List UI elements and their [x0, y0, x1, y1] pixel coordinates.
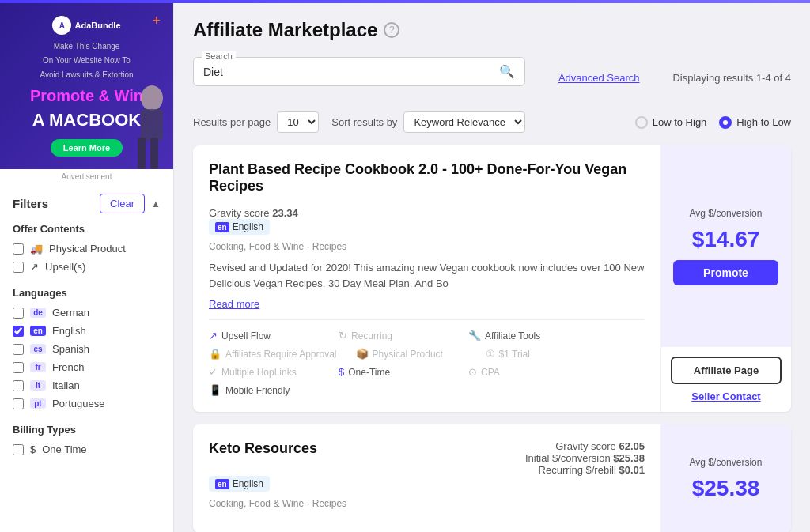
lang-french[interactable]: fr French [13, 361, 161, 373]
ad-text1: Make This Change [54, 41, 120, 52]
feature-physical-product: 📦 Physical Product [356, 348, 467, 360]
feature-one-time: $ One-Time [339, 366, 449, 378]
lang-german-checkbox[interactable] [13, 308, 24, 319]
product-title-1: Plant Based Recipe Cookbook 2.0 - 100+ D… [209, 161, 645, 194]
mobile-friendly-label: Mobile Friendly [225, 385, 290, 396]
svg-point-0 [141, 85, 163, 111]
avg-price-1: $14.67 [692, 227, 760, 252]
lang-italian[interactable]: it Italian [13, 379, 161, 391]
one-time-feat-icon: $ [339, 366, 344, 378]
hoplinks-label: Multiple HopLinks [221, 367, 297, 378]
advanced-search-link[interactable]: Advanced Search [558, 72, 640, 84]
main-content: Affiliate Marketplace ? Search 🔍 Advance… [174, 3, 810, 532]
physical-product-label: Physical Product [49, 243, 126, 255]
feature-upsell-flow: ↗ Upsell Flow [209, 330, 320, 341]
upsells-icon: ↗ [30, 261, 39, 273]
upsell-flow-icon: ↗ [209, 330, 218, 341]
one-time-checkbox[interactable] [13, 444, 24, 455]
read-more-link-1[interactable]: Read more [209, 298, 259, 310]
radio-dot [723, 120, 728, 125]
card-features-1: ↗ Upsell Flow ↻ Recurring 🔧 Affiliate To… [209, 319, 645, 396]
lang-french-label: French [52, 361, 84, 373]
badge-code-2: en [215, 479, 229, 489]
lang-es-badge: es [30, 344, 46, 354]
filters-header-right: Clear ▲ [100, 194, 161, 213]
sort-select[interactable]: Keyword Relevance Gravity Avg $/Conversi… [403, 111, 525, 133]
collapse-icon[interactable]: ▲ [151, 198, 161, 209]
lang-english-checkbox[interactable] [13, 326, 24, 337]
upsells-filter[interactable]: ↗ Upsell(s) [13, 261, 161, 273]
filters-header: Filters Clear ▲ [13, 194, 161, 213]
high-to-low-circle [719, 116, 732, 129]
lang-italian-checkbox[interactable] [13, 380, 24, 391]
feature-1-trial: ① $1 Trial [486, 348, 596, 360]
search-row: Search 🔍 Advanced Search Displaying resu… [193, 57, 791, 99]
lang-english[interactable]: en English [13, 325, 161, 337]
lang-portuguese-label: Portuguese [52, 398, 105, 409]
per-page-label: Results per page [193, 116, 271, 128]
search-input[interactable] [203, 66, 493, 78]
lang-portuguese[interactable]: pt Portuguese [13, 398, 161, 409]
per-page-select[interactable]: 10 25 50 [277, 111, 319, 133]
physical-product-checkbox[interactable] [13, 243, 24, 255]
ad-brand: A AdaBundle [52, 16, 120, 35]
ad-text2: On Your Website Now To [43, 55, 131, 66]
badge-lang-1: English [233, 221, 263, 232]
clear-button[interactable]: Clear [100, 194, 145, 213]
feature-recurring: ↻ Recurring [339, 330, 449, 341]
ad-text3: Avoid Lawsuits & Extortion [40, 70, 133, 81]
svg-rect-3 [150, 138, 158, 169]
lang-german-label: German [52, 307, 89, 319]
require-approval-icon: 🔒 [209, 348, 221, 360]
physical-product-filter[interactable]: 🚚 Physical Product [13, 243, 161, 255]
gravity-1: Gravity score 23.34 [209, 207, 298, 219]
low-to-high-radio[interactable]: Low to High [635, 116, 707, 129]
affiliate-page-button-1[interactable]: Affiliate Page [671, 357, 782, 384]
lang-german[interactable]: de German [13, 307, 161, 319]
languages-title: Languages [13, 287, 161, 299]
lang-spanish-checkbox[interactable] [13, 344, 24, 355]
ad-label: Advertisement [0, 169, 173, 184]
seller-contact-button-1[interactable]: Seller Contact [691, 391, 760, 402]
card-side-1a: Avg $/conversion $14.67 Promote [660, 145, 791, 347]
recurring-icon: ↻ [339, 330, 347, 341]
upsells-checkbox[interactable] [13, 262, 24, 273]
filters-section: Filters Clear ▲ Offer Contents 🚚 Physica… [0, 184, 173, 479]
ada-bundle-icon: A [52, 16, 71, 35]
svg-rect-2 [138, 138, 146, 169]
card-category-2: Cooking, Food & Wine - Recipes [209, 498, 645, 509]
physical-product-feat-label: Physical Product [373, 349, 443, 360]
lang-en-badge: en [30, 326, 46, 336]
ad-learn-button[interactable]: Learn More [51, 139, 123, 157]
affiliate-tools-label: Affiliate Tools [485, 330, 540, 341]
ad-brand-name: AdaBundle [74, 21, 120, 30]
controls-row: Results per page 10 25 50 Sort results b… [193, 111, 791, 133]
help-icon[interactable]: ? [384, 22, 399, 38]
lang-spanish[interactable]: es Spanish [13, 343, 161, 355]
feature-require-approval: 🔒 Affiliates Require Approval [209, 348, 337, 360]
one-time-filter[interactable]: $ One Time [13, 443, 161, 455]
card-main-1: Plant Based Recipe Cookbook 2.0 - 100+ D… [193, 145, 660, 412]
lang-de-badge: de [30, 308, 46, 318]
lang-portuguese-checkbox[interactable] [13, 398, 24, 409]
require-approval-label: Affiliates Require Approval [225, 349, 337, 360]
per-page-group: Results per page 10 25 50 [193, 111, 319, 133]
svg-rect-1 [141, 109, 163, 141]
lang-spanish-label: Spanish [52, 343, 89, 355]
affiliate-tools-icon: 🔧 [468, 330, 481, 341]
1-trial-icon: ① [486, 348, 495, 360]
lang-italian-label: Italian [52, 379, 80, 391]
lang-badge-1: en English [209, 219, 270, 235]
lang-pt-badge: pt [30, 398, 46, 409]
lang-french-checkbox[interactable] [13, 362, 24, 373]
high-to-low-radio[interactable]: High to Low [719, 116, 791, 129]
promote-button-1[interactable]: Promote [673, 260, 778, 285]
mobile-friendly-icon: 📱 [209, 384, 221, 396]
search-icon[interactable]: 🔍 [499, 64, 515, 79]
card-side-1b: Affiliate Page Seller Contact [660, 347, 791, 412]
lang-english-label: English [52, 325, 86, 337]
offer-contents-group: Offer Contents 🚚 Physical Product ↗ Upse… [13, 223, 161, 273]
1-trial-label: $1 Trial [499, 349, 530, 360]
billing-types-group: Billing Types $ One Time [13, 424, 161, 455]
avg-label-1: Avg $/conversion [690, 208, 763, 219]
